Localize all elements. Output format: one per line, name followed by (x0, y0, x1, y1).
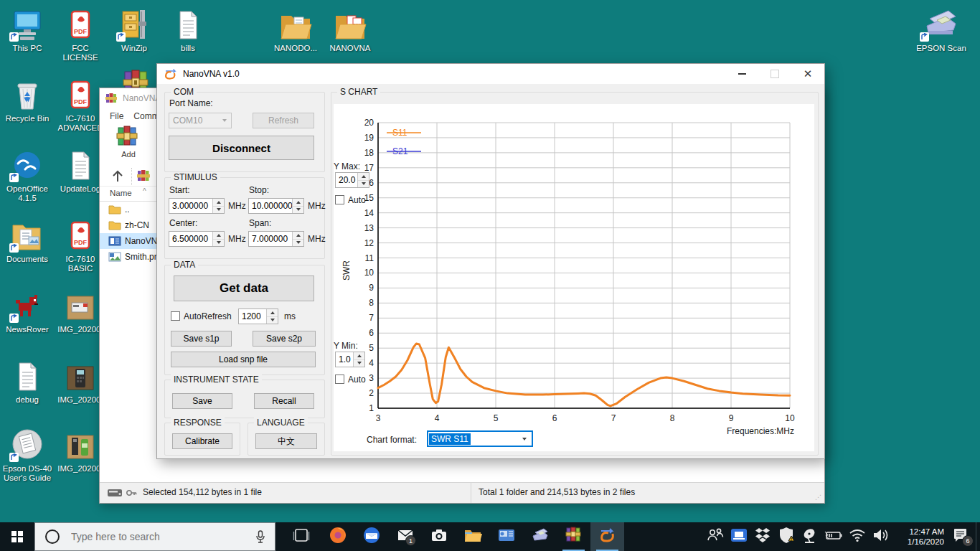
winzip-icon (108, 9, 161, 42)
taskbar-app-winrar[interactable] (557, 522, 590, 551)
start-button[interactable] (0, 522, 34, 551)
calibrate-button[interactable]: Calibrate (172, 433, 232, 449)
start-field[interactable]: 3.000000 (169, 198, 225, 214)
add-button[interactable]: Add (110, 126, 147, 166)
state-recall-button[interactable]: Recall (254, 393, 314, 409)
up-arrow-icon[interactable] (110, 169, 126, 184)
close-button[interactable]: ✕ (791, 64, 824, 84)
show-desktop-button[interactable] (976, 522, 980, 551)
taskbar-clock[interactable]: 12:47 AM 1/16/2020 (892, 527, 947, 547)
autorefresh-checkbox[interactable] (171, 311, 180, 321)
desktop-icon-bills[interactable]: bills (161, 9, 215, 53)
swr-chart: 1234567891011121314151617181920345678910… (334, 104, 814, 454)
desktop-icon-winzip[interactable]: WinZip (108, 9, 161, 53)
chinese-button[interactable]: 中文 (255, 433, 317, 449)
taskbar-app-epson-scan[interactable] (523, 522, 557, 551)
desktop-icon-documents[interactable]: Documents (1, 220, 54, 264)
svg-text:8: 8 (670, 413, 675, 423)
desktop-icon-recycle-bin[interactable]: Recycle Bin (1, 79, 54, 123)
taskbar-app-file-explorer[interactable] (456, 522, 489, 551)
microphone-icon[interactable] (255, 529, 266, 544)
search-input[interactable] (70, 530, 255, 543)
taskbar-app-thunderbird[interactable] (354, 522, 388, 551)
ymax-auto-checkbox[interactable] (335, 195, 344, 204)
desktop-icon-label: Documents (1, 255, 54, 264)
desktop-icon-label: OpenOffice 4.1.5 (1, 184, 54, 203)
tray-satellite-button[interactable] (798, 522, 821, 551)
port-combobox[interactable]: COM10 (169, 113, 232, 128)
taskbar-search[interactable] (34, 522, 275, 551)
ms-label: ms (284, 311, 296, 321)
tray-icon-row (703, 522, 892, 551)
tray-dropbox-button[interactable] (750, 522, 774, 551)
resize-grip[interactable]: ⋰ (815, 494, 822, 501)
action-center-button[interactable]: 6 (947, 522, 976, 551)
newsrover-icon (1, 290, 54, 323)
svg-text:9: 9 (369, 283, 374, 293)
svg-text:8: 8 (369, 298, 374, 308)
shortcut-arrow-icon (9, 32, 19, 42)
save-s1p-button[interactable]: Save s1p (171, 331, 232, 347)
svg-text:13: 13 (364, 223, 374, 233)
span-field[interactable]: 7.000000 (248, 231, 304, 247)
state-save-button[interactable]: Save (172, 393, 232, 409)
desktop-icon-epson-scan[interactable]: EPSON Scan (911, 9, 971, 53)
minimize-button[interactable] (725, 64, 758, 84)
chart-format-combobox[interactable]: SWR S11 (427, 430, 533, 447)
svg-text:PDF: PDF (74, 28, 88, 35)
stop-field[interactable]: 10.000000 (248, 198, 304, 214)
desktop-icon-debug[interactable]: debug (1, 360, 54, 405)
taskbar-app-camera[interactable] (422, 522, 456, 551)
svg-text:PDF: PDF (74, 239, 88, 246)
maximize-button[interactable] (758, 64, 791, 84)
desktop-icon-epson-ds40-guide[interactable]: Epson DS-40 User's Guide (1, 429, 54, 483)
interval-field[interactable]: 1200 (238, 309, 278, 324)
ymin-auto-checkbox[interactable] (335, 375, 344, 384)
mail-badge: 1 (405, 535, 416, 546)
get-data-button[interactable]: Get data (174, 276, 314, 301)
disconnect-button[interactable]: Disconnect (169, 136, 314, 160)
save-s2p-button[interactable]: Save s2p (253, 331, 316, 347)
task-view-icon (293, 527, 310, 547)
column-name[interactable]: Name (110, 189, 132, 197)
ymin-field[interactable]: 1.0 (335, 352, 365, 367)
folder-docs-icon (269, 9, 322, 42)
taskbar-app-firefox[interactable] (321, 522, 354, 551)
tray-wifi-button[interactable] (845, 522, 869, 551)
nanovna-titlebar[interactable]: NanoVNA v1.0 ✕ (157, 64, 824, 84)
tray-laptop-button[interactable] (727, 522, 750, 551)
ymin-auto-label: Auto (348, 375, 366, 385)
autorefresh-label: AutoRefresh (184, 311, 232, 321)
svg-text:10: 10 (364, 268, 374, 278)
taskbar-app-control-panel[interactable] (489, 522, 523, 551)
desktop-icon-this-pc[interactable]: This PC (1, 9, 54, 53)
desktop-icon-newsrover[interactable]: NewsRover (1, 290, 54, 334)
taskbar-app-nanovna[interactable] (590, 522, 624, 551)
taskbar: 1 12:47 AM 1/16/2020 6 (0, 522, 980, 551)
refresh-button[interactable]: Refresh (253, 113, 314, 128)
winrar-app-icon (105, 93, 117, 104)
shortcut-arrow-icon (9, 314, 19, 323)
desktop-icon-openoffice[interactable]: OpenOffice 4.1.5 (1, 149, 54, 203)
defender-icon (777, 526, 796, 547)
taskbar-app-mail[interactable]: 1 (388, 522, 422, 551)
status-total: Total 1 folder and 214,513 bytes in 2 fi… (479, 487, 635, 497)
com-group: COM Port Name: COM10 Refresh Disconnect (164, 92, 325, 172)
task-view-button[interactable] (284, 522, 318, 551)
tray-people-button[interactable] (703, 522, 727, 551)
center-label: Center: (169, 218, 197, 228)
desktop-icon-nanodo-folder[interactable]: NANODO... (269, 9, 322, 53)
menu-file[interactable]: File (110, 111, 123, 121)
load-snp-button[interactable]: Load snp file (171, 352, 316, 367)
desktop-icon-label: WinZip (108, 44, 161, 53)
center-field[interactable]: 6.500000 (169, 231, 225, 247)
tray-battery-button[interactable] (821, 522, 845, 551)
desktop-icon-fcc-license[interactable]: PDFFCC LICENSE (54, 9, 107, 62)
battery-icon (824, 526, 844, 547)
tray-defender-button[interactable] (774, 522, 798, 551)
s-chart-group: S CHART 12345678910111213141516171819203… (331, 92, 819, 456)
tray-volume-button[interactable] (869, 522, 892, 551)
shortcut-arrow-icon (9, 453, 19, 462)
ymax-field[interactable]: 20.0 (335, 172, 369, 188)
desktop-icon-nanovna-folder[interactable]: PDFNANOVNA (324, 9, 377, 53)
